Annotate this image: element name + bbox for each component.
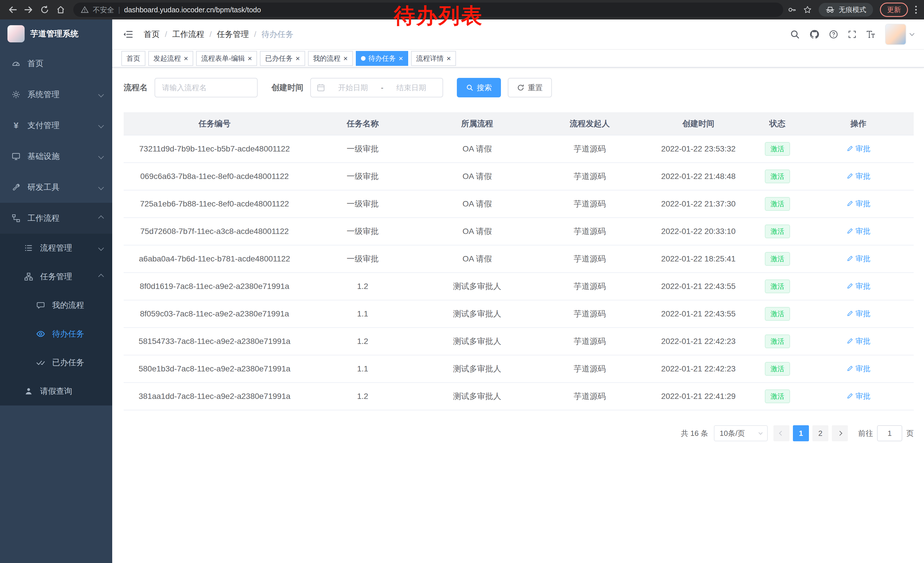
- status-badge: 激活: [765, 225, 790, 238]
- sidebar-item-todo-task[interactable]: 待办任务: [0, 320, 112, 348]
- cell-starter: 芋道源码: [534, 383, 645, 410]
- dashboard-icon: [11, 59, 21, 68]
- warning-icon: [81, 6, 89, 14]
- cell-process: 测试多审批人: [420, 383, 534, 410]
- sidebar-item-label: 基础设施: [27, 151, 93, 162]
- cell-task-name: 一级审批: [305, 190, 420, 218]
- search-button[interactable]: 搜索: [457, 78, 501, 98]
- approve-link[interactable]: 审批: [846, 336, 870, 346]
- end-date-placeholder: 结束日期: [386, 83, 437, 93]
- breadcrumb-task-mgmt[interactable]: 任务管理: [217, 29, 249, 40]
- tag-todo-task[interactable]: 待办任务: [356, 51, 408, 66]
- font-size-icon[interactable]: [866, 30, 875, 39]
- sidebar-item-home[interactable]: 首页: [0, 48, 112, 79]
- tag-done-task[interactable]: 已办任务: [260, 51, 305, 66]
- kebab-menu-icon[interactable]: [915, 5, 917, 14]
- approve-link[interactable]: 审批: [846, 226, 870, 236]
- approve-link[interactable]: 审批: [846, 281, 870, 291]
- sidebar-item-infrastructure[interactable]: 基础设施: [0, 141, 112, 172]
- close-icon[interactable]: [184, 55, 188, 62]
- start-date-placeholder: 开始日期: [327, 83, 379, 93]
- close-icon[interactable]: [296, 55, 300, 62]
- close-icon[interactable]: [447, 55, 451, 62]
- page-size-value: 10条/页: [720, 428, 745, 438]
- total-count: 共 16 条: [681, 428, 708, 438]
- prev-page-button[interactable]: [773, 425, 789, 441]
- status-badge: 激活: [765, 362, 790, 375]
- sidebar-item-devtools[interactable]: 研发工具: [0, 172, 112, 203]
- search-icon[interactable]: [790, 30, 800, 39]
- tag-form-edit[interactable]: 流程表单-编辑: [196, 51, 257, 66]
- approve-label: 审批: [856, 199, 870, 209]
- sidebar-item-label: 我的流程: [52, 300, 103, 311]
- page-size-select[interactable]: 10条/页: [714, 425, 768, 441]
- forward-icon[interactable]: [21, 2, 37, 18]
- fullscreen-icon[interactable]: [848, 30, 856, 39]
- double-check-icon: [36, 358, 46, 367]
- create-time-label: 创建时间: [272, 82, 303, 93]
- sidebar-item-payment[interactable]: ¥ 支付管理: [0, 110, 112, 141]
- page-button-2[interactable]: 2: [812, 425, 828, 441]
- approve-link[interactable]: 审批: [846, 254, 870, 264]
- home-icon[interactable]: [52, 2, 69, 18]
- sidebar-item-done-task[interactable]: 已办任务: [0, 348, 112, 377]
- update-button[interactable]: 更新: [880, 3, 908, 17]
- help-icon[interactable]: [829, 30, 838, 39]
- breadcrumb-separator: /: [210, 30, 212, 39]
- sidebar-item-label: 支付管理: [27, 120, 93, 131]
- user-menu[interactable]: [885, 24, 914, 45]
- key-icon[interactable]: [788, 6, 796, 14]
- approve-link[interactable]: 审批: [846, 199, 870, 209]
- approve-link[interactable]: 审批: [846, 391, 870, 401]
- eye-icon: [36, 329, 46, 338]
- sidebar-item-label: 首页: [27, 58, 103, 69]
- cell-starter: 芋道源码: [534, 300, 645, 327]
- header-starter: 流程发起人: [534, 112, 645, 135]
- next-page-button[interactable]: [832, 425, 848, 441]
- reload-icon[interactable]: [37, 2, 52, 18]
- table-row: 725a1eb6-7b88-11ec-8ef0-acde48001122 一级审…: [124, 190, 914, 218]
- reset-button[interactable]: 重置: [508, 78, 552, 98]
- table-row: 8f059c03-7ac8-11ec-a9e2-a2380e71991a 1.1…: [124, 300, 914, 327]
- sidebar-item-system[interactable]: 系统管理: [0, 79, 112, 110]
- approve-link[interactable]: 审批: [846, 364, 870, 374]
- cell-process: OA 请假: [420, 245, 534, 273]
- approve-link[interactable]: 审批: [846, 309, 870, 319]
- sidebar-item-task-mgmt[interactable]: 任务管理: [0, 262, 112, 291]
- header-task-name: 任务名称: [305, 112, 420, 135]
- tag-process-detail[interactable]: 流程详情: [411, 51, 456, 66]
- cell-task-id: 725a1eb6-7b88-11ec-8ef0-acde48001122: [124, 190, 305, 218]
- approve-link[interactable]: 审批: [846, 144, 870, 154]
- close-icon[interactable]: [248, 55, 252, 62]
- yen-icon: ¥: [11, 121, 21, 130]
- github-icon[interactable]: [810, 30, 819, 39]
- tag-home[interactable]: 首页: [122, 51, 146, 66]
- sidebar-item-leave-query[interactable]: 请假查询: [0, 377, 112, 405]
- chrome-actions: 无痕模式 更新: [788, 3, 920, 17]
- status-badge: 激活: [765, 335, 790, 348]
- cell-task-name: 一级审批: [305, 135, 420, 163]
- tag-my-process[interactable]: 我的流程: [308, 51, 353, 66]
- tag-start-process[interactable]: 发起流程: [148, 51, 193, 66]
- sidebar-item-workflow[interactable]: 工作流程: [0, 203, 112, 234]
- breadcrumb-home[interactable]: 首页: [144, 29, 160, 40]
- process-name-input[interactable]: [154, 78, 258, 98]
- close-icon[interactable]: [344, 55, 348, 62]
- back-icon[interactable]: [4, 2, 21, 18]
- sidebar-item-process-mgmt[interactable]: 流程管理: [0, 234, 112, 262]
- table-row: 75d72608-7b7f-11ec-a3c8-acde48001122 一级审…: [124, 218, 914, 245]
- breadcrumb-workflow[interactable]: 工作流程: [172, 29, 204, 40]
- cell-task-id: 75d72608-7b7f-11ec-a3c8-acde48001122: [124, 218, 305, 245]
- sidebar-item-my-process[interactable]: 我的流程: [0, 291, 112, 320]
- goto-page-input[interactable]: [877, 425, 902, 441]
- logo[interactable]: 芋道管理系统: [0, 20, 112, 48]
- url-separator: |: [118, 6, 120, 14]
- star-icon[interactable]: [803, 6, 812, 14]
- date-range-picker[interactable]: 开始日期 - 结束日期: [310, 78, 443, 98]
- approve-link[interactable]: 审批: [846, 171, 870, 181]
- page-button-1[interactable]: 1: [793, 425, 809, 441]
- close-icon[interactable]: [399, 55, 403, 62]
- sidebar-item-label: 待办任务: [52, 329, 103, 339]
- sidebar-fold-icon[interactable]: [123, 30, 134, 39]
- sidebar-item-label: 请假查询: [40, 386, 103, 396]
